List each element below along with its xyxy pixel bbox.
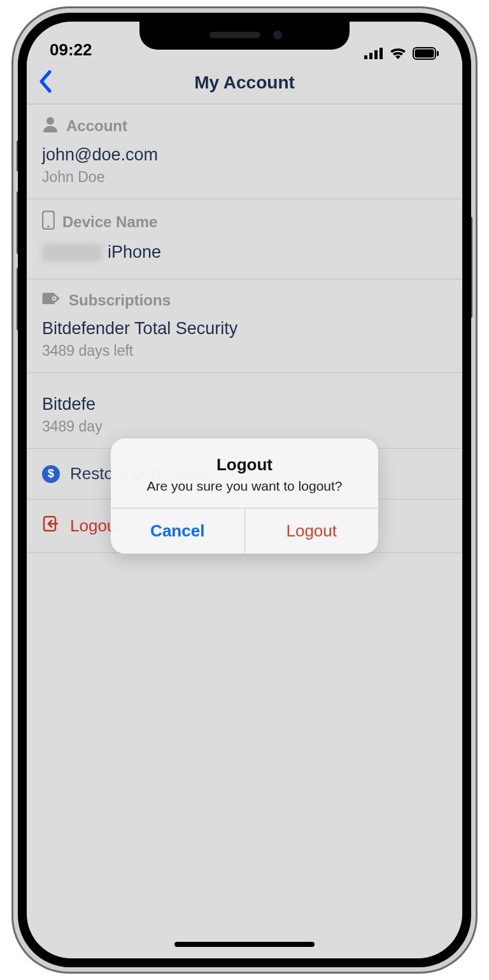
nav-bar: My Account bbox=[27, 61, 462, 104]
logout-icon bbox=[42, 515, 60, 537]
account-name: John Doe bbox=[42, 169, 447, 186]
section-header-subscriptions: Subscriptions bbox=[42, 291, 447, 310]
section-header-account: Account bbox=[42, 116, 447, 136]
svg-point-7 bbox=[46, 117, 54, 125]
person-icon bbox=[42, 116, 59, 136]
wifi-icon bbox=[390, 47, 406, 60]
phone-icon bbox=[42, 211, 55, 234]
svg-rect-2 bbox=[374, 50, 378, 59]
alert-message: Are you sure you want to logout? bbox=[125, 479, 364, 494]
section-header-device: Device Name bbox=[42, 211, 447, 234]
svg-rect-5 bbox=[415, 50, 434, 58]
subscription-title: Bitdefe bbox=[42, 395, 447, 414]
subscription-days-left: 3489 day bbox=[42, 418, 447, 435]
section-subscriptions: Subscriptions Bitdefender Total Security… bbox=[27, 279, 462, 373]
dollar-icon: $ bbox=[42, 465, 60, 483]
svg-point-9 bbox=[47, 225, 50, 228]
account-email: john@doe.com bbox=[42, 145, 447, 165]
tag-icon bbox=[42, 291, 61, 310]
svg-rect-0 bbox=[364, 55, 367, 59]
section-device: Device Name iPhone bbox=[27, 199, 462, 279]
alert-title: Logout bbox=[125, 455, 364, 475]
section-header-label: Account bbox=[66, 117, 127, 135]
notch bbox=[139, 22, 350, 50]
redacted-text bbox=[42, 244, 103, 262]
section-header-label: Subscriptions bbox=[69, 291, 171, 309]
cellular-signal-icon bbox=[364, 48, 383, 59]
battery-icon bbox=[413, 47, 439, 60]
svg-rect-3 bbox=[379, 48, 383, 59]
device-name-visible: iPhone bbox=[108, 242, 161, 262]
device-bezel: 09:22 My Account bbox=[18, 13, 471, 967]
section-header-label: Device Name bbox=[62, 213, 157, 231]
home-indicator[interactable] bbox=[174, 942, 315, 947]
subscription-days-left: 3489 days left bbox=[42, 342, 447, 360]
page-title: My Account bbox=[194, 73, 295, 93]
alert-buttons: Cancel Logout bbox=[111, 508, 378, 554]
screen: 09:22 My Account bbox=[27, 22, 462, 958]
alert-body: Logout Are you sure you want to logout? bbox=[111, 438, 378, 508]
alert-logout-button[interactable]: Logout bbox=[245, 508, 379, 554]
logout-alert: Logout Are you sure you want to logout? … bbox=[111, 438, 378, 554]
subscription-title: Bitdefender Total Security bbox=[42, 319, 447, 339]
svg-rect-6 bbox=[437, 51, 439, 56]
device-name-value: iPhone bbox=[42, 242, 447, 262]
status-right bbox=[364, 47, 439, 60]
section-account: Account john@doe.com John Doe bbox=[27, 104, 462, 199]
chevron-left-icon bbox=[38, 70, 52, 93]
status-time: 09:22 bbox=[50, 40, 92, 60]
device-frame: 09:22 My Account bbox=[11, 6, 478, 974]
section-subscription-2: Bitdefe 3489 day bbox=[27, 373, 462, 449]
alert-cancel-button[interactable]: Cancel bbox=[111, 508, 245, 554]
svg-rect-1 bbox=[369, 53, 372, 59]
back-button[interactable] bbox=[38, 70, 52, 95]
